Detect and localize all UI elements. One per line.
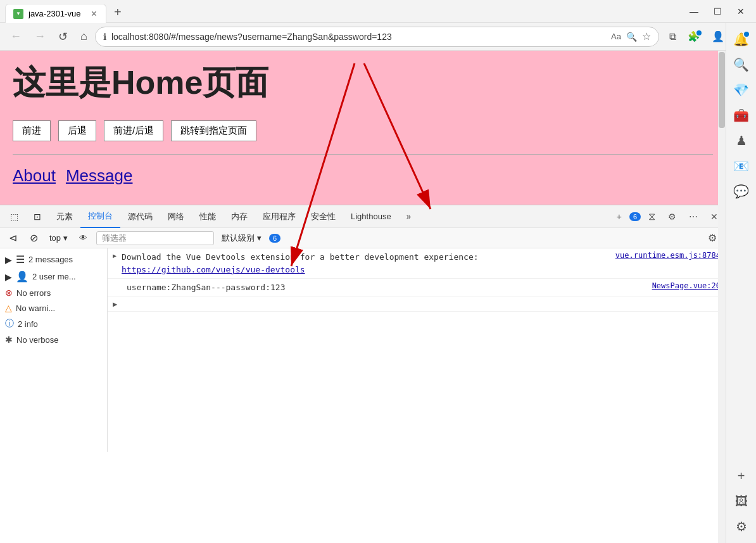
new-tab-button[interactable]: + [109,3,127,22]
console-entry-2: ▶ [108,297,726,312]
sidebar-settings1[interactable]: 🖼 [730,490,753,513]
messages-list-icon: ☰ [16,253,25,265]
devtools-tab-elements[interactable]: ⬚ [3,205,26,228]
entry-1-text: username:ZhangSan---password:123 [127,281,647,294]
verbose-label: No verbose [16,335,58,345]
devtools-back-btn[interactable]: ⊲ [5,230,21,246]
entry-0-expand[interactable]: ▶ [113,252,117,259]
sidebar-filter-errors[interactable]: ⊗ No errors [0,285,107,300]
warning-icon: △ [5,303,12,313]
forward-nav-button[interactable]: → [29,26,51,47]
extensions-button[interactable]: 🧩 [683,27,705,46]
devtools-tab-dock[interactable]: ⊡ [26,205,49,228]
browser-sidebar: 🔔 🔍 💎 🧰 ♟ 📧 💬 + 🖼 ⚙ [726,23,756,543]
title-bar: java-2301-vue × + — ☐ ✕ [0,0,756,23]
sidebar-search[interactable]: 🔍 [730,53,753,76]
nav-buttons-row: 前进 后退 前进/后退 跳转到指定页面 [13,120,713,141]
forward-btn[interactable]: 前进 [13,120,51,141]
tab-favicon [13,9,23,19]
tab-close-button[interactable]: × [90,8,98,20]
entry-2-chevron[interactable]: ▶ [113,300,117,309]
devtools-tab-network[interactable]: 网络 [160,205,192,228]
error-icon: ⊗ [5,288,13,298]
log-level-arrow: ▾ [257,233,261,243]
forward-back-btn[interactable]: 前进/后退 [104,120,163,141]
jump-btn[interactable]: 跳转到指定页面 [171,120,256,141]
devtools-tab-elements-label[interactable]: 元素 [49,205,80,228]
main-scrollbar[interactable] [718,51,726,543]
info-label: 2 info [18,319,38,329]
sidebar-filter-verbose[interactable]: ✱ No verbose [0,332,107,347]
favorites-icon[interactable]: ☆ [642,30,651,42]
sidebar-filter-messages[interactable]: ▶ ☰ 2 messages [0,251,107,268]
devtools-tab-more[interactable]: » [399,205,419,228]
console-entry-0: ▶ Download the Vue Devtools extension fo… [108,248,726,279]
devtools-tab-application[interactable]: 应用程序 [255,205,303,228]
router-links: About Message [13,160,713,195]
page-content: 这里是Home页面 前进 后退 前进/后退 跳转到指定页面 About Mess… [0,51,726,543]
log-level-selector[interactable]: 默认级别 ▾ [219,231,264,245]
entry-1-source[interactable]: NewsPage.vue:20 [652,281,721,290]
search-nav-icon[interactable]: 🔍 [626,32,637,42]
devtools-tab-security[interactable]: 安全性 [303,205,343,228]
devtools-tabs: ⬚ ⊡ 元素 控制台 源代码 网络 性能 内存 应用程序 安全性 Lightho… [0,205,726,228]
sidebar-tools[interactable]: 🧰 [730,104,753,127]
entry-0-source[interactable]: vue.runtime.esm.js:8784 [615,251,721,260]
log-level-label: 默认级别 [222,233,255,244]
console-output: ▶ Download the Vue Devtools extension fo… [108,248,726,452]
devtools-toolbar: ⊲ ⊘ top ▾ 👁 默认级别 ▾ 6 ⚙ [0,228,726,248]
vue-divider [13,154,713,155]
split-screen-button[interactable]: ⧉ [664,27,681,46]
sidebar-games[interactable]: ♟ [730,129,753,152]
devtools-tab-console[interactable]: 控制台 [80,205,120,228]
devtools-tab-performance[interactable]: 性能 [192,205,224,228]
back-btn[interactable]: 后退 [58,120,96,141]
devtools-tab-memory[interactable]: 内存 [224,205,255,228]
sidebar-filter-info[interactable]: ⓘ 2 info [0,316,107,332]
user-expand-icon: ▶ [5,272,12,282]
entry-0-link[interactable]: https://github.com/vuejs/vue-devtools [122,265,305,274]
scrollbar-thumb[interactable] [719,52,725,128]
tab-title: java-2301-vue [28,9,85,18]
devtools-clear-btn[interactable]: ⊘ [26,230,42,246]
sidebar-outlook[interactable]: 📧 [730,155,753,177]
devtools-eye-btn[interactable]: 👁 [75,231,91,245]
sidebar-chat[interactable]: 💬 [730,180,753,203]
devtools-sidebar: ▶ ☰ 2 messages ▶ 👤 2 user me... ⊗ No err… [0,248,108,452]
sidebar-collections[interactable]: 💎 [730,79,753,101]
sidebar-favorites[interactable]: 🔔 [730,28,753,51]
devtools-tab-sources[interactable]: 源代码 [120,205,160,228]
address-input[interactable] [111,32,606,42]
context-dropdown-icon: ▾ [63,233,68,243]
back-nav-button[interactable]: ← [5,26,27,47]
vue-app: 这里是Home页面 前进 后退 前进/后退 跳转到指定页面 About Mess… [0,51,726,205]
browser-tab[interactable]: java-2301-vue × [5,4,106,23]
sidebar-add[interactable]: + [730,464,753,487]
devtools-tab-icons: + 6 ⧖ ⚙ ⋯ ✕ [612,208,723,225]
user-icon: 👤 [16,271,28,283]
close-button[interactable]: ✕ [731,4,751,19]
address-bar[interactable]: ℹ Aa 🔍 ☆ [95,27,659,47]
home-button[interactable]: ⌂ [75,26,92,47]
page-title: 这里是Home页面 [13,61,713,105]
sidebar-filter-warnings[interactable]: △ No warni... [0,300,107,316]
devtools-filter-input[interactable] [96,231,214,245]
devtools-network-icon[interactable]: ⧖ [643,208,660,225]
sidebar-filter-user[interactable]: ▶ 👤 2 user me... [0,268,107,285]
message-link[interactable]: Message [66,166,133,186]
context-selector[interactable]: top ▾ [47,232,70,244]
maximize-button[interactable]: ☐ [707,4,728,19]
devtools-settings-btn[interactable]: ⚙ [663,209,681,224]
address-info-icon[interactable]: ℹ [103,32,106,42]
errors-label: No errors [16,288,51,298]
entry-0-text: Download the Vue Devtools extension for … [122,251,610,276]
minimize-button[interactable]: — [683,4,705,19]
devtools-tab-lighthouse[interactable]: Lighthouse [343,205,399,228]
devtools-new-tab-btn[interactable]: + [612,209,627,224]
about-link[interactable]: About [13,166,56,186]
read-aloud-icon[interactable]: Aa [611,32,621,41]
devtools-options-btn[interactable]: ⋯ [684,209,703,224]
refresh-button[interactable]: ↺ [53,26,73,48]
devtools-issues-badge: 6 [629,212,641,221]
sidebar-settings2[interactable]: ⚙ [730,515,753,538]
